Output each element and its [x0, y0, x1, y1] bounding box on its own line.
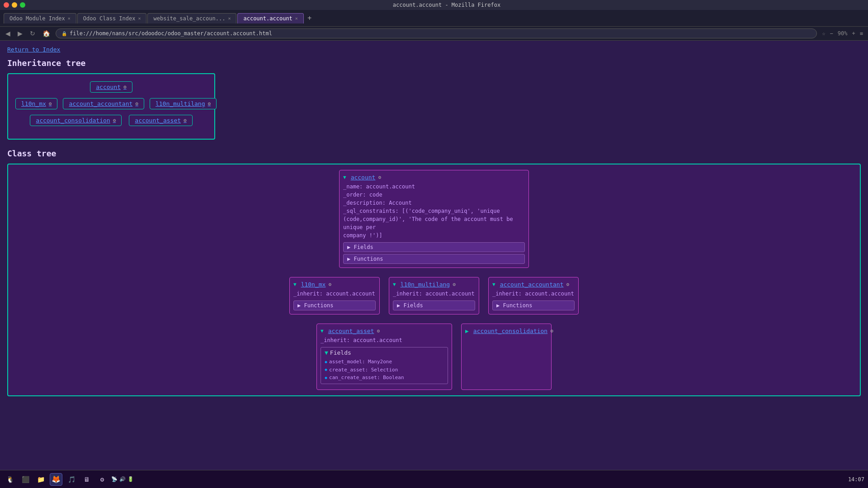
return-to-index-link[interactable]: Return to Index — [7, 46, 60, 53]
collapse-arrow-icon[interactable]: ▼ — [393, 282, 396, 287]
tree-row-main: ▼ account ⚙ _name: account.account _orde… — [14, 170, 854, 268]
title-bar: account.account - Mozilla Firefox — [0, 0, 868, 10]
close-button[interactable] — [4, 2, 9, 8]
tab-close-icon[interactable]: ✕ — [228, 16, 231, 21]
field-text: create_asset: Selection — [329, 366, 398, 374]
expand-arrow-icon[interactable]: ▶ — [465, 328, 469, 334]
field-item: ◆ asset_model: Many2one — [325, 358, 444, 366]
tab-close-icon[interactable]: ✕ — [295, 16, 298, 21]
collapse-arrow-icon[interactable]: ▼ — [343, 174, 346, 180]
zoom-in-icon[interactable]: + — [851, 29, 857, 38]
inherit-row-level3: account_consolidation ⚙ account_asset ⚙ — [15, 115, 207, 126]
home-button[interactable]: 🏠 — [41, 29, 52, 38]
inherit-node-account-asset[interactable]: account_asset ⚙ — [129, 115, 192, 126]
minimize-button[interactable] — [12, 2, 17, 8]
lock-icon: 🔒 — [61, 31, 67, 36]
tab-odoo-module-index[interactable]: Odoo Module Index ✕ — [4, 13, 76, 23]
tab-account-account[interactable]: account.account ✕ — [237, 13, 303, 23]
node-label: account_asset — [135, 117, 181, 124]
functions-expand-button[interactable]: ▶ Functions — [492, 300, 575, 310]
functions-expand-button[interactable]: ▶ Functions — [343, 254, 525, 264]
taskbar-terminal-icon[interactable]: ⬛ — [19, 473, 32, 475]
inherit-node-account-consolidation[interactable]: account_consolidation ⚙ — [30, 115, 122, 126]
class-node-account-accountant: ▼ account_accountant ⚙ _inherit: account… — [488, 277, 579, 314]
tab-close-icon[interactable]: ✕ — [68, 16, 71, 21]
tab-label: website_sale_accoun... — [153, 15, 225, 22]
fields-label: Fields — [330, 349, 351, 356]
url-bar[interactable]: 🔒 file:///home/nans/src/odoodoc/odoo_mas… — [56, 28, 817, 38]
collapse-arrow-icon[interactable]: ▼ — [492, 282, 495, 287]
tab-label: Odoo Module Index — [9, 15, 65, 22]
class-node-meta: _name: account.account _order: code _des… — [343, 183, 525, 239]
class-node-title-l10n-mx[interactable]: l10n_mx — [301, 281, 326, 288]
class-node-meta: _inherit: account.account — [393, 290, 475, 298]
class-node-title-account[interactable]: account — [351, 174, 376, 181]
class-node-header: ▼ l10n_multilang ⚙ — [393, 281, 475, 288]
meta-line: (code,company_id)', 'The code of the acc… — [343, 215, 525, 231]
forward-button[interactable]: ▶ — [16, 29, 24, 38]
taskbar-monitor-icon[interactable]: 🖥 — [80, 473, 93, 475]
class-node-title-account-accountant[interactable]: account_accountant — [500, 281, 564, 288]
field-item: ◆ create_asset: Selection — [325, 366, 444, 374]
new-tab-button[interactable]: + — [305, 14, 314, 22]
inherit-node-account-accountant[interactable]: account_accountant ⚙ — [63, 98, 144, 109]
class-node-meta: _inherit: account.account — [321, 336, 448, 344]
collapse-fields-arrow-icon[interactable]: ▼ — [325, 349, 328, 356]
tab-label: account.account — [243, 15, 292, 22]
back-button[interactable]: ◀ — [4, 29, 12, 38]
tab-odoo-class-index[interactable]: Odoo Class Index ✕ — [77, 13, 147, 23]
tab-website-sale-account[interactable]: website_sale_accoun... ✕ — [147, 13, 236, 23]
inherit-row-level2: l10n_mx ⚙ account_accountant ⚙ l10n_mult… — [15, 98, 207, 109]
class-node-title-account-consolidation[interactable]: account_consolidation — [473, 328, 547, 334]
gear-icon: ⚙ — [377, 328, 380, 334]
class-tree-box: ▼ account ⚙ _name: account.account _orde… — [7, 164, 861, 396]
class-node-header: ▼ l10n_mx ⚙ — [293, 281, 376, 288]
taskbar-firefox-icon[interactable]: 🦊 — [50, 473, 62, 475]
class-tree-title: Class tree — [7, 149, 861, 158]
class-tree-layout: ▼ account ⚙ _name: account.account _orde… — [14, 170, 854, 390]
bookmark-icon[interactable]: ☆ — [821, 29, 826, 38]
bullet-icon: ◆ — [325, 374, 327, 381]
meta-line: _inherit: account.account — [492, 290, 575, 298]
fields-expand-button[interactable]: ▶ Fields — [393, 300, 475, 310]
zoom-level: 90% — [836, 29, 849, 38]
meta-line: _description: Account — [343, 199, 525, 207]
tab-close-icon[interactable]: ✕ — [138, 16, 141, 21]
class-node-meta: _inherit: account.account — [293, 290, 376, 298]
zoom-out-icon[interactable]: − — [829, 29, 835, 38]
taskbar-settings-icon[interactable]: ⚙ — [96, 473, 108, 475]
field-text: asset_model: Many2one — [329, 358, 392, 366]
gear-icon: ⚙ — [49, 101, 52, 107]
taskbar-penguin-icon[interactable]: 🐧 — [4, 473, 16, 475]
fields-expand-button[interactable]: ▶ Fields — [343, 242, 525, 252]
bullet-icon: ◆ — [325, 366, 327, 373]
class-node-header: ▼ account ⚙ — [343, 174, 525, 181]
meta-line: _inherit: account.account — [293, 290, 376, 298]
maximize-button[interactable] — [20, 2, 25, 8]
reload-button[interactable]: ↻ — [28, 29, 37, 38]
class-node-title-account-asset[interactable]: account_asset — [328, 328, 374, 334]
functions-expand-button[interactable]: ▶ Functions — [293, 300, 376, 310]
gear-icon: ⚙ — [566, 282, 570, 287]
taskbar-music-icon[interactable]: 🎵 — [65, 473, 78, 475]
node-label: l10n_multilang — [156, 100, 205, 107]
inherit-node-l10n-mx[interactable]: l10n_mx ⚙ — [15, 98, 57, 109]
class-node-l10n-multilang: ▼ l10n_multilang ⚙ _inherit: account.acc… — [389, 277, 479, 314]
collapse-arrow-icon[interactable]: ▼ — [321, 328, 324, 334]
gear-icon: ⚙ — [208, 101, 211, 107]
gear-icon: ⚙ — [328, 282, 331, 287]
class-node-header: ▼ account_accountant ⚙ — [492, 281, 575, 288]
page-content: Return to Index Inheritance tree account… — [0, 41, 868, 474]
field-text: can_create_asset: Boolean — [329, 374, 404, 382]
taskbar-files-icon[interactable]: 📁 — [34, 473, 47, 475]
tree-row-level2: ▼ l10n_mx ⚙ _inherit: account.account ▶ … — [14, 277, 854, 314]
inherit-node-l10n-multilang[interactable]: l10n_multilang ⚙ — [150, 98, 217, 109]
collapse-arrow-icon[interactable]: ▼ — [293, 282, 297, 287]
meta-line: company !')] — [343, 231, 525, 239]
class-node-title-l10n-multilang[interactable]: l10n_multilang — [401, 281, 450, 288]
tree-row-level3: ▼ account_asset ⚙ _inherit: account.acco… — [14, 324, 854, 390]
inherit-node-account[interactable]: account ⚙ — [90, 81, 132, 93]
class-node-l10n-mx: ▼ l10n_mx ⚙ _inherit: account.account ▶ … — [289, 277, 380, 314]
class-node-account-asset: ▼ account_asset ⚙ _inherit: account.acco… — [316, 324, 452, 390]
menu-icon[interactable]: ≡ — [859, 29, 864, 38]
